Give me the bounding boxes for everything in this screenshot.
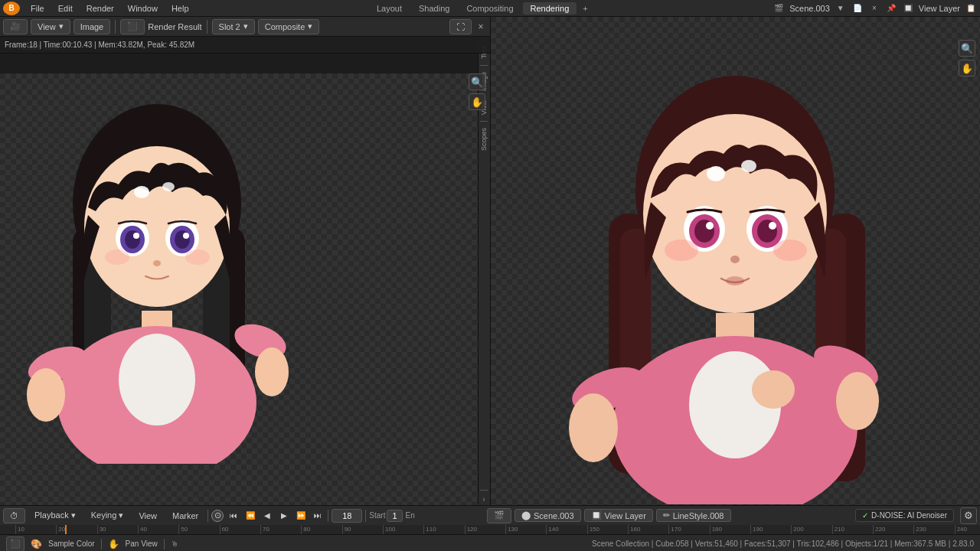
view-layer-btn[interactable]: 🔲 View Layer xyxy=(584,509,653,522)
jump-end-btn[interactable]: ⏭ xyxy=(311,509,325,523)
right-search-icon[interactable]: 🔍 xyxy=(959,40,975,57)
status-bar: ⬛ 🎨 Sample Color ✋ Pan View 🖱 Scene Coll… xyxy=(0,534,980,551)
timeline-settings-icon[interactable]: ⚙ xyxy=(960,507,977,524)
view-tl-btn[interactable]: View xyxy=(132,510,163,522)
scene-name[interactable]: Scene.003 xyxy=(789,4,830,13)
file-icon: 📄 xyxy=(851,2,864,15)
linestyle-icon: ✏ xyxy=(663,510,670,520)
sample-color-text: Sample Color xyxy=(48,540,95,548)
left-right-toolbar: 🔍 ✋ xyxy=(469,73,485,110)
fullscreen-btn[interactable]: ⛶ xyxy=(449,19,472,34)
character-left-svg xyxy=(8,73,306,464)
composite-chevron-icon: ▾ xyxy=(308,21,312,31)
svg-point-47 xyxy=(769,222,776,230)
tab-compositing[interactable]: Compositing xyxy=(459,2,521,15)
pin-icon[interactable]: 📌 xyxy=(885,2,897,15)
svg-point-20 xyxy=(183,233,189,239)
menu-help[interactable]: Help xyxy=(165,2,195,15)
anime-character-left xyxy=(8,73,306,464)
scene-name-btn: Scene.003 xyxy=(534,511,574,520)
scene-editor-btn[interactable]: 🎬 xyxy=(487,508,511,523)
right-pan-icon[interactable]: ✋ xyxy=(959,60,975,77)
status-divider xyxy=(101,539,102,549)
ruler-content: 1020304050607080901001101201301401501601… xyxy=(0,525,980,534)
tab-rendering[interactable]: Rendering xyxy=(523,2,577,15)
tl-div1 xyxy=(207,510,208,522)
render-icon: ⬛ xyxy=(127,21,138,31)
stats-text: Scene Collection | Cube.058 | Verts:51,4… xyxy=(592,540,974,548)
left-close-btn[interactable]: × xyxy=(475,21,486,32)
play-reverse-btn[interactable]: ◀ xyxy=(260,509,274,523)
linestyle-label: LineStyle.008 xyxy=(673,511,724,520)
current-frame-input[interactable]: 18 xyxy=(332,509,362,523)
expand-scene-icon[interactable]: ▼ xyxy=(835,2,847,15)
play-btn[interactable]: ▶ xyxy=(277,509,291,523)
scene-info: 🎬 Scene.003 ▼ 📄 × 📌 🔲 View Layer 📋 xyxy=(773,2,977,15)
svg-point-22 xyxy=(105,249,129,265)
camera-icon: 🎥 xyxy=(10,21,21,31)
step-back-btn[interactable]: ⏪ xyxy=(243,509,257,523)
marker-btn[interactable]: Marker xyxy=(166,510,204,522)
right-tool-strip: 🔍 ✋ xyxy=(959,40,975,77)
pan-icon[interactable]: ✋ xyxy=(469,93,485,110)
denoise-toggle[interactable]: ✓ D-NOISE: AI Denoiser xyxy=(855,509,954,522)
scopes-strip-label[interactable]: Scopes xyxy=(480,125,488,154)
jump-start-btn[interactable]: ⏮ xyxy=(227,509,240,523)
layers-icon: 🔲 xyxy=(902,2,914,15)
render-icon-btn[interactable]: ⬛ xyxy=(120,19,145,34)
svg-point-46 xyxy=(706,222,714,230)
svg-point-51 xyxy=(773,240,807,261)
mouse-icon: 🖱 xyxy=(171,540,178,548)
menu-file[interactable]: File xyxy=(24,2,51,15)
view-layer-name[interactable]: View Layer xyxy=(919,4,960,13)
slot-chevron-icon: ▾ xyxy=(243,21,248,31)
copy-icon[interactable]: 📋 xyxy=(965,2,977,15)
close-scene-icon[interactable]: × xyxy=(868,2,880,15)
tl-div2 xyxy=(328,510,328,522)
pan-view-text: Pan View xyxy=(126,540,158,548)
tab-shading[interactable]: Shading xyxy=(411,2,457,15)
step-forward-btn[interactable]: ⏩ xyxy=(294,509,308,523)
svg-point-35 xyxy=(569,393,618,462)
workspace-tabs: Layout Shading Compositing Rendering + xyxy=(369,2,593,15)
svg-point-11 xyxy=(255,347,289,396)
start-label: Start xyxy=(369,511,385,520)
timeline-right-scene: 🎬 ⬤ Scene.003 🔲 View Layer ✏ LineStyle.0… xyxy=(487,507,977,524)
start-value[interactable]: 1 xyxy=(387,510,402,522)
end-field: En xyxy=(406,511,415,520)
svg-point-53 xyxy=(741,160,756,172)
timeline-playhead xyxy=(65,525,67,534)
linestyle-btn[interactable]: ✏ LineStyle.008 xyxy=(656,509,731,522)
blender-logo[interactable]: B xyxy=(3,2,20,15)
end-label: En xyxy=(406,511,415,520)
sync-btn[interactable]: ⊙ xyxy=(211,510,224,522)
slot-btn[interactable]: Slot 2 ▾ xyxy=(212,19,255,34)
keying-btn[interactable]: Keying ▾ xyxy=(85,509,130,522)
menu-edit[interactable]: Edit xyxy=(52,2,79,15)
timeline-editor-btn[interactable]: ⏱ xyxy=(3,508,25,523)
layer-icon: 🔲 xyxy=(591,510,602,520)
playback-btn[interactable]: Playback ▾ xyxy=(28,509,82,522)
svg-point-50 xyxy=(665,240,698,261)
left-toolbar: 🎥 View ▾ Image ⬛ Render Result Slot 2 ▾ … xyxy=(0,17,490,37)
image-btn-left[interactable]: Image xyxy=(74,19,111,34)
menu-window[interactable]: Window xyxy=(122,2,164,15)
keying-chevron: ▾ xyxy=(119,510,123,520)
timeline-left: ⏱ Playback ▾ Keying ▾ View Marker ⊙ ⏮ ⏪ … xyxy=(3,508,484,523)
svg-point-21 xyxy=(153,260,161,266)
search-zoom-icon[interactable]: 🔍 xyxy=(469,73,485,90)
composite-btn[interactable]: Composite ▾ xyxy=(258,19,320,34)
view-btn-left[interactable]: View ▾ xyxy=(31,19,70,34)
svg-point-49 xyxy=(726,276,744,285)
denoise-label: D-NOISE: AI Denoiser xyxy=(871,511,947,520)
scene-icon: 🎬 xyxy=(773,2,785,15)
scene-btn[interactable]: ⬤ Scene.003 xyxy=(514,509,581,522)
add-workspace-tab[interactable]: + xyxy=(578,4,592,13)
svg-point-19 xyxy=(133,233,139,239)
editor-icon-status[interactable]: ⬛ xyxy=(6,536,24,552)
menu-render[interactable]: Render xyxy=(80,2,120,15)
expand-arrow[interactable]: › xyxy=(481,494,486,505)
editor-type-btn[interactable]: 🎥 xyxy=(3,19,28,34)
scene-dot: ⬤ xyxy=(521,510,531,520)
tab-layout[interactable]: Layout xyxy=(369,2,410,15)
